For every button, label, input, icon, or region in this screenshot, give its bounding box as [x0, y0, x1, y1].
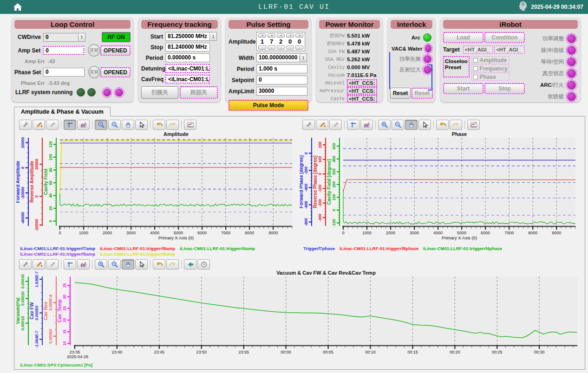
load-button[interactable]: Load: [443, 32, 483, 43]
detuning-field[interactable]: <iLinac-CM01:LL: [165, 64, 210, 73]
stop-button[interactable]: Stop: [484, 83, 525, 94]
config-button[interactable]: [19, 259, 32, 270]
axes-button[interactable]: [347, 120, 359, 130]
svg-text:3000: 3000: [126, 231, 136, 235]
annotation-edit-button[interactable]: [46, 120, 59, 130]
pan-button[interactable]: [405, 120, 418, 130]
width-spinner[interactable]: ▲▼: [300, 53, 307, 62]
scroll-button[interactable]: [184, 259, 196, 270]
vacuum-chart-canvas[interactable]: Vacuum(Pa)0.000300.000200.00010Cav FW1.6…: [16, 271, 581, 360]
annotation-edit-button[interactable]: [46, 259, 59, 270]
zoom-in-button[interactable]: [378, 120, 391, 130]
redo-button[interactable]: [450, 120, 462, 130]
config-button[interactable]: [19, 120, 32, 130]
checkbox-row-amplitude[interactable]: Amplitude: [471, 56, 510, 64]
digit-4-decrement-button[interactable]: -: [295, 45, 303, 50]
stagger-button[interactable]: [360, 120, 373, 130]
phase-set-input[interactable]: 0: [43, 68, 85, 77]
digit-0-decrement-button[interactable]: -: [258, 45, 266, 50]
stagger-button[interactable]: [77, 120, 90, 130]
pointer-button[interactable]: [135, 259, 148, 270]
snapshot-button[interactable]: [184, 120, 196, 130]
reset-button[interactable]: Reset: [390, 88, 411, 99]
svg-text:Reverse Amplitude: Reverse Amplitude: [29, 161, 34, 203]
pulse-mode-button[interactable]: Pulse Mode: [229, 100, 308, 111]
phase-opened-button[interactable]: OPENED: [100, 67, 131, 77]
undo-button[interactable]: [153, 259, 165, 270]
power-value: 0.000 MV: [347, 64, 370, 70]
period-field[interactable]: 0.000000 s: [165, 53, 210, 62]
digit-3-decrement-button[interactable]: -: [286, 45, 294, 50]
digit-1-increment-button[interactable]: +: [268, 33, 275, 38]
start-field[interactable]: 81.250000 MHz: [165, 32, 210, 41]
spin-down-icon[interactable]: ▼: [300, 58, 307, 60]
amp-open-loop-button[interactable]: 开环: [88, 44, 100, 57]
target-field-1[interactable]: <HT_AGI_: [463, 45, 494, 54]
rf-on-button[interactable]: RF ON: [102, 32, 131, 42]
annotation-add-button[interactable]: [316, 120, 328, 130]
config-button[interactable]: [302, 120, 315, 130]
spin-down-icon[interactable]: ▼: [78, 37, 85, 39]
stagger-button[interactable]: [77, 259, 90, 270]
setpoint-field[interactable]: 0: [256, 76, 307, 84]
zoom-out-button[interactable]: [108, 120, 121, 130]
target-field-2[interactable]: <HT_AGI_: [494, 45, 525, 54]
axes-button[interactable]: [64, 120, 76, 130]
brain-icon[interactable]: [518, 0, 528, 13]
redo-button[interactable]: [166, 259, 179, 270]
cwdrive-input[interactable]: 0: [43, 33, 78, 42]
pan-button[interactable]: [122, 120, 134, 130]
snapshot-button[interactable]: [467, 120, 480, 130]
annotation-add-button[interactable]: [33, 259, 45, 270]
period-field[interactable]: 1.000 s: [256, 64, 307, 73]
condition-button[interactable]: Condition: [484, 32, 525, 43]
checkbox-row-frequency[interactable]: Frequency: [471, 64, 510, 72]
cavfreq-field[interactable]: <iLinac-CM01:LL: [165, 75, 210, 84]
zoom-out-button[interactable]: [108, 259, 121, 270]
cwdrive-spinner[interactable]: ▲▼: [78, 33, 85, 42]
sweep-toggle-button[interactable]: 扫频关: [141, 86, 178, 99]
zoom-out-button[interactable]: [392, 120, 404, 130]
checkbox-row-phase[interactable]: Phase: [471, 73, 510, 81]
amplitude-checkbox[interactable]: [473, 58, 478, 63]
amplitude-digit-spinner[interactable]: +1-+7-+2-+0-+0-: [256, 32, 305, 51]
phase-checkbox[interactable]: [473, 75, 478, 79]
digit-1-decrement-button[interactable]: -: [268, 45, 275, 50]
amplitude-chart-canvas[interactable]: Forward Amplitude200000-20000-40000Rever…: [16, 131, 296, 244]
undo-button[interactable]: [436, 120, 449, 130]
spin-down-icon[interactable]: ▼: [210, 37, 216, 39]
scroll-icon: [187, 261, 194, 268]
digit-4-increment-button[interactable]: +: [295, 33, 303, 38]
start-spinner[interactable]: ▲▼: [210, 32, 217, 41]
digit-2-increment-button[interactable]: +: [277, 33, 285, 38]
phase-open-loop-button[interactable]: 开环: [88, 66, 101, 78]
digit-3-increment-button[interactable]: +: [286, 33, 294, 38]
start-button[interactable]: Start: [443, 83, 483, 94]
width-field[interactable]: 100.000000000 m: [256, 53, 300, 62]
svg-text:1000: 1000: [79, 231, 88, 235]
annotation-add-button[interactable]: [33, 120, 45, 130]
amp-set-input[interactable]: 0: [43, 46, 84, 55]
pointer-button[interactable]: [418, 120, 431, 130]
svg-text:100: 100: [48, 154, 53, 160]
phase-chart-canvas[interactable]: Forward Phase [degree]0-200-400-600-800R…: [300, 131, 579, 244]
axes-button[interactable]: [64, 259, 76, 270]
amplimit-field[interactable]: 30000: [256, 87, 307, 96]
tab-amplitude-phase-vacuum[interactable]: Amplitude & Phase & Vacuum: [14, 107, 111, 116]
digit-0-increment-button[interactable]: +: [258, 33, 266, 38]
track-toggle-button[interactable]: 跟踪关: [180, 86, 218, 99]
pan-button[interactable]: [122, 259, 134, 270]
frequency-checkbox[interactable]: [473, 66, 478, 71]
redo-button[interactable]: [166, 120, 179, 130]
amp-opened-button[interactable]: OPENED: [100, 45, 131, 56]
pointer-button[interactable]: [135, 120, 148, 130]
zoom-in-button[interactable]: [95, 259, 107, 270]
zoom-in-button[interactable]: [95, 120, 107, 130]
toolbar-separator: [433, 121, 434, 129]
clock-button[interactable]: [197, 259, 210, 270]
annotation-edit-button[interactable]: [329, 120, 342, 130]
irobot-led: [567, 46, 576, 55]
undo-button[interactable]: [153, 120, 165, 130]
stop-field[interactable]: 81.240000 MHz: [165, 43, 210, 51]
digit-2-decrement-button[interactable]: -: [277, 45, 285, 50]
